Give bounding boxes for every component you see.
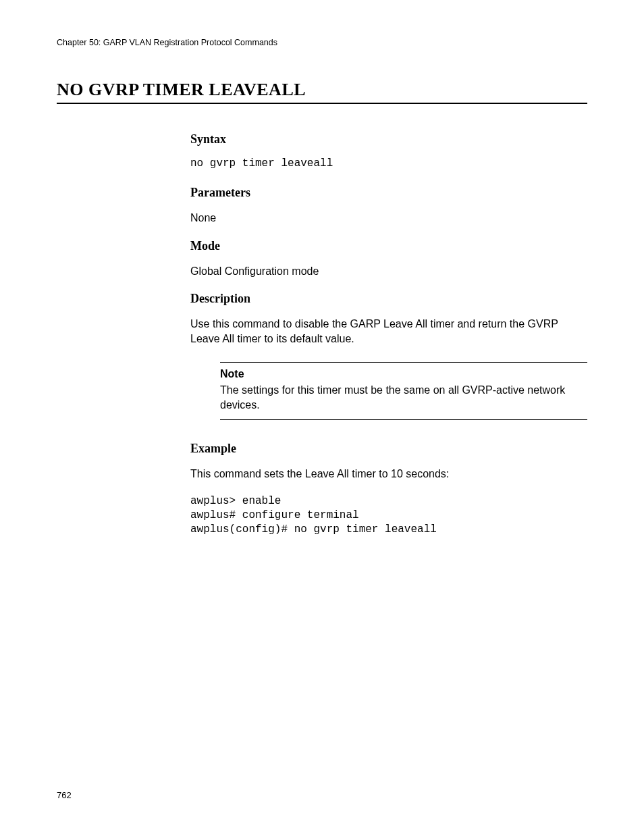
example-intro: This command sets the Leave All timer to… — [190, 467, 587, 481]
description-heading: Description — [190, 292, 587, 306]
parameters-heading: Parameters — [190, 186, 587, 200]
example-code: awplus> enable awplus# configure termina… — [190, 494, 587, 536]
syntax-heading: Syntax — [190, 132, 587, 147]
description-text: Use this command to disable the GARP Lea… — [190, 317, 587, 346]
page-title: NO GVRP TIMER LEAVEALL — [57, 80, 587, 104]
content-area: Syntax no gvrp timer leaveall Parameters… — [190, 132, 587, 537]
chapter-header: Chapter 50: GARP VLAN Registration Proto… — [57, 38, 587, 47]
parameters-text: None — [190, 211, 587, 226]
example-heading: Example — [190, 442, 587, 456]
note-box: Note The settings for this timer must be… — [220, 362, 587, 419]
note-text: The settings for this timer must be the … — [220, 383, 587, 412]
mode-heading: Mode — [190, 239, 587, 253]
mode-text: Global Configuration mode — [190, 264, 587, 279]
page-number: 762 — [57, 790, 72, 800]
syntax-code: no gvrp timer leaveall — [190, 157, 587, 170]
note-label: Note — [220, 368, 587, 380]
